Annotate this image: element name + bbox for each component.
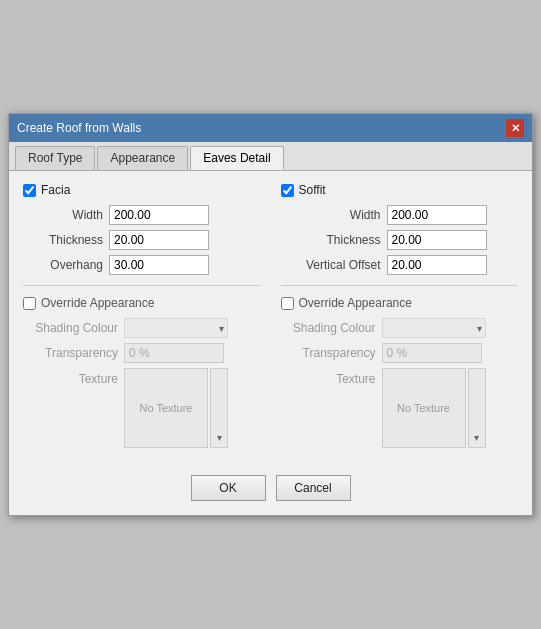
soffit-label: Soffit xyxy=(299,183,326,197)
facia-shading-label: Shading Colour xyxy=(23,321,118,335)
facia-thickness-row: Thickness xyxy=(23,230,261,250)
facia-width-row: Width xyxy=(23,205,261,225)
soffit-checkbox[interactable] xyxy=(281,184,294,197)
facia-texture-wrapper: No Texture xyxy=(124,368,228,448)
facia-texture-label: Texture xyxy=(23,368,118,386)
tab-eaves-detail[interactable]: Eaves Detail xyxy=(190,146,283,170)
title-bar: Create Roof from Walls ✕ xyxy=(9,114,532,142)
soffit-column: Soffit Width Thickness Vertical Offset xyxy=(281,183,519,453)
facia-checkbox[interactable] xyxy=(23,184,36,197)
facia-transparency-input[interactable] xyxy=(124,343,224,363)
soffit-texture-wrapper: No Texture xyxy=(382,368,486,448)
facia-label: Facia xyxy=(41,183,70,197)
facia-section-header: Facia xyxy=(23,183,261,197)
soffit-width-label: Width xyxy=(281,208,381,222)
soffit-width-input[interactable] xyxy=(387,205,487,225)
facia-transparency-row: Transparency xyxy=(23,343,261,363)
soffit-texture-label: Texture xyxy=(281,368,376,386)
facia-shading-row: Shading Colour xyxy=(23,318,261,338)
facia-shading-select-wrapper xyxy=(124,318,228,338)
facia-override-row: Override Appearance xyxy=(23,296,261,310)
soffit-vertical-offset-row: Vertical Offset xyxy=(281,255,519,275)
soffit-shading-row: Shading Colour xyxy=(281,318,519,338)
dialog-title: Create Roof from Walls xyxy=(17,121,141,135)
facia-divider xyxy=(23,285,261,286)
facia-overhang-label: Overhang xyxy=(23,258,103,272)
tab-appearance[interactable]: Appearance xyxy=(97,146,188,170)
soffit-texture-box: No Texture xyxy=(382,368,466,448)
create-roof-dialog: Create Roof from Walls ✕ Roof Type Appea… xyxy=(8,113,533,516)
ok-button[interactable]: OK xyxy=(191,475,266,501)
soffit-thickness-input[interactable] xyxy=(387,230,487,250)
facia-texture-placeholder: No Texture xyxy=(140,402,193,414)
soffit-thickness-row: Thickness xyxy=(281,230,519,250)
facia-overhang-row: Overhang xyxy=(23,255,261,275)
facia-width-label: Width xyxy=(23,208,103,222)
soffit-override-row: Override Appearance xyxy=(281,296,519,310)
soffit-vertical-offset-input[interactable] xyxy=(387,255,487,275)
cancel-button[interactable]: Cancel xyxy=(276,475,351,501)
facia-column: Facia Width Thickness Overhang O xyxy=(23,183,261,453)
soffit-shading-label: Shading Colour xyxy=(281,321,376,335)
soffit-divider xyxy=(281,285,519,286)
facia-texture-box: No Texture xyxy=(124,368,208,448)
dialog-body: Facia Width Thickness Overhang O xyxy=(9,171,532,465)
facia-override-label: Override Appearance xyxy=(41,296,154,310)
soffit-transparency-row: Transparency xyxy=(281,343,519,363)
facia-transparency-label: Transparency xyxy=(23,346,118,360)
soffit-shading-select-wrapper xyxy=(382,318,486,338)
tab-roof-type[interactable]: Roof Type xyxy=(15,146,95,170)
two-column-layout: Facia Width Thickness Overhang O xyxy=(23,183,518,453)
tab-bar: Roof Type Appearance Eaves Detail xyxy=(9,142,532,171)
soffit-transparency-label: Transparency xyxy=(281,346,376,360)
close-button[interactable]: ✕ xyxy=(506,119,524,137)
soffit-transparency-input[interactable] xyxy=(382,343,482,363)
facia-texture-row: Texture No Texture xyxy=(23,368,261,448)
facia-texture-dropdown-button[interactable] xyxy=(210,368,228,448)
soffit-override-checkbox[interactable] xyxy=(281,297,294,310)
soffit-override-label: Override Appearance xyxy=(299,296,412,310)
facia-shading-select[interactable] xyxy=(124,318,228,338)
soffit-shading-select[interactable] xyxy=(382,318,486,338)
soffit-vertical-offset-label: Vertical Offset xyxy=(281,258,381,272)
facia-thickness-label: Thickness xyxy=(23,233,103,247)
facia-override-checkbox[interactable] xyxy=(23,297,36,310)
soffit-section-header: Soffit xyxy=(281,183,519,197)
facia-width-input[interactable] xyxy=(109,205,209,225)
soffit-texture-placeholder: No Texture xyxy=(397,402,450,414)
soffit-width-row: Width xyxy=(281,205,519,225)
soffit-texture-dropdown-button[interactable] xyxy=(468,368,486,448)
facia-thickness-input[interactable] xyxy=(109,230,209,250)
dialog-footer: OK Cancel xyxy=(9,465,532,515)
facia-overhang-input[interactable] xyxy=(109,255,209,275)
soffit-texture-row: Texture No Texture xyxy=(281,368,519,448)
soffit-thickness-label: Thickness xyxy=(281,233,381,247)
